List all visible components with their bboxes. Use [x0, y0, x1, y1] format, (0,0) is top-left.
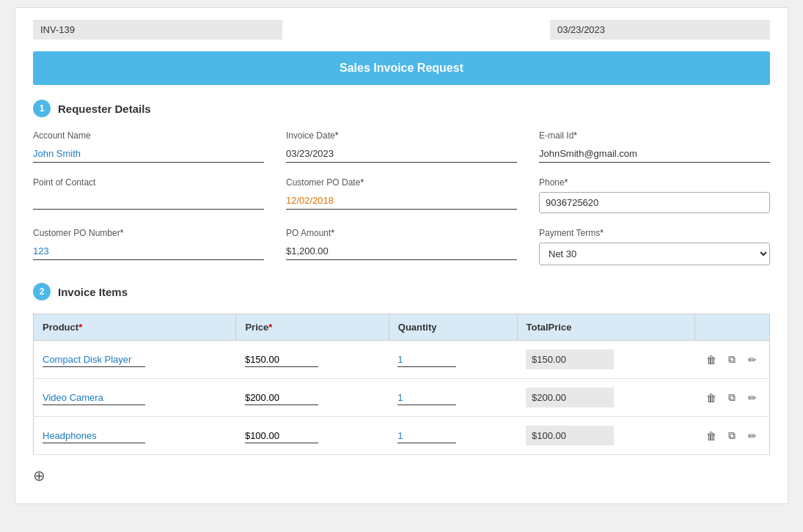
invoice-items-tbody: 🗑 ⧉ ✏ 🗑 ⧉ ✏ [34, 341, 770, 455]
payment-terms-field: Payment Terms Net 30 Net 60 Net 90 Due o… [539, 228, 770, 265]
cell-price-1 [236, 379, 389, 417]
customer-po-date-input[interactable] [286, 192, 517, 210]
top-row [33, 20, 770, 40]
phone-label: Phone [539, 177, 770, 188]
email-input[interactable] [539, 145, 770, 163]
col-quantity: Quantity [389, 314, 517, 341]
payment-terms-select[interactable]: Net 30 Net 60 Net 90 Due on Receipt [539, 243, 770, 265]
cell-product-0 [34, 341, 236, 379]
delete-icon-2[interactable]: 🗑 [703, 428, 719, 444]
invoice-items-section-header: 2 Invoice Items [33, 283, 770, 300]
table-row: 🗑 ⧉ ✏ [34, 417, 770, 455]
cell-total-1 [517, 379, 694, 417]
product-input-1[interactable] [43, 391, 145, 405]
requester-details-section-header: 1 Requester Details [33, 100, 770, 117]
cell-price-0 [236, 341, 389, 379]
poc-label: Point of Contact [33, 177, 264, 188]
col-actions [694, 314, 770, 341]
invoice-items-table: Product* Price* Quantity TotalPrice [33, 314, 770, 455]
section-badge-1: 1 [33, 100, 51, 117]
qty-input-0[interactable] [397, 352, 456, 367]
invoice-number-field[interactable] [33, 20, 282, 40]
email-label: E-mail Id [539, 130, 770, 141]
price-input-0[interactable] [245, 352, 318, 367]
qty-input-2[interactable] [397, 429, 456, 443]
requester-section-title: Requester Details [58, 103, 151, 115]
cell-qty-2 [389, 417, 517, 455]
cell-total-2 [517, 417, 694, 455]
action-icons-1: 🗑 ⧉ ✏ [703, 390, 760, 406]
edit-icon-1[interactable]: ✏ [744, 390, 760, 406]
total-input-1[interactable] [526, 388, 614, 407]
product-input-2[interactable] [43, 429, 145, 443]
qty-input-1[interactable] [397, 391, 456, 405]
product-input-0[interactable] [43, 352, 145, 367]
col-total-price: TotalPrice [517, 314, 694, 341]
account-name-field: Account Name [33, 130, 264, 163]
total-input-2[interactable] [526, 426, 614, 446]
edit-icon-2[interactable]: ✏ [744, 428, 760, 444]
customer-po-date-field: Customer PO Date [286, 177, 517, 213]
cell-actions-0: 🗑 ⧉ ✏ [694, 341, 770, 379]
cell-actions-1: 🗑 ⧉ ✏ [694, 379, 770, 417]
cell-qty-0 [389, 341, 517, 379]
account-name-label: Account Name [33, 130, 264, 141]
col-product: Product* [34, 314, 236, 341]
invoice-date-label: Invoice Date [286, 130, 517, 141]
customer-po-date-label: Customer PO Date [286, 177, 517, 188]
total-input-0[interactable] [526, 350, 614, 369]
invoice-items-section: 2 Invoice Items Product* Price* Quantity… [33, 283, 770, 486]
cell-product-2 [34, 417, 236, 455]
phone-input[interactable] [539, 192, 770, 213]
customer-po-number-label: Customer PO Number [33, 228, 264, 238]
cell-product-1 [34, 379, 236, 417]
section-badge-2: 2 [33, 283, 51, 300]
cell-qty-1 [389, 379, 517, 417]
delete-icon-0[interactable]: 🗑 [703, 352, 719, 368]
copy-icon-0[interactable]: ⧉ [724, 352, 740, 368]
price-input-1[interactable] [245, 391, 318, 405]
cell-actions-2: 🗑 ⧉ ✏ [694, 417, 770, 455]
po-amount-input[interactable] [286, 243, 517, 260]
edit-icon-0[interactable]: ✏ [744, 352, 760, 368]
cell-total-0 [517, 341, 694, 379]
action-icons-2: 🗑 ⧉ ✏ [703, 428, 760, 444]
account-name-input[interactable] [33, 145, 264, 163]
email-field: E-mail Id [539, 130, 770, 163]
copy-icon-2[interactable]: ⧉ [724, 428, 740, 444]
table-row: 🗑 ⧉ ✏ [34, 341, 770, 379]
cell-price-2 [236, 417, 389, 455]
requester-form-grid: Account Name Invoice Date E-mail Id Poin… [33, 130, 770, 265]
table-header-row: Product* Price* Quantity TotalPrice [34, 314, 770, 341]
col-price: Price* [236, 314, 389, 341]
invoice-items-section-title: Invoice Items [58, 286, 128, 298]
payment-terms-label: Payment Terms [539, 228, 770, 238]
po-amount-field: PO Amount [286, 228, 517, 265]
poc-field: Point of Contact [33, 177, 264, 213]
action-icons-0: 🗑 ⧉ ✏ [703, 352, 760, 368]
add-row-button[interactable]: ⊕ [33, 465, 54, 486]
invoice-date-top-field[interactable] [550, 20, 770, 40]
po-amount-label: PO Amount [286, 228, 517, 238]
page-container: Sales Invoice Request 1 Requester Detail… [15, 7, 788, 504]
price-input-2[interactable] [245, 429, 318, 443]
customer-po-number-field: Customer PO Number [33, 228, 264, 265]
phone-field: Phone [539, 177, 770, 213]
delete-icon-1[interactable]: 🗑 [703, 390, 719, 406]
customer-po-number-input[interactable] [33, 243, 264, 260]
table-row: 🗑 ⧉ ✏ [34, 379, 770, 417]
sales-invoice-banner: Sales Invoice Request [33, 51, 770, 85]
poc-input[interactable] [33, 192, 264, 210]
copy-icon-1[interactable]: ⧉ [724, 390, 740, 406]
invoice-date-input[interactable] [286, 145, 517, 163]
invoice-date-field: Invoice Date [286, 130, 517, 163]
